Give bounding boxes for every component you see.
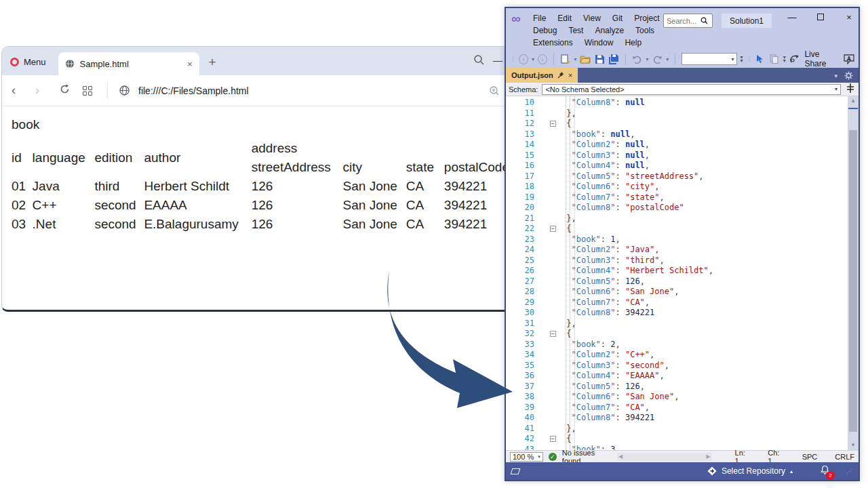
- menu-item-edit[interactable]: Edit: [557, 14, 572, 23]
- live-share-icon[interactable]: [789, 54, 800, 65]
- menu-item-tools[interactable]: Tools: [635, 26, 654, 35]
- collapse-icon[interactable]: −: [550, 121, 556, 127]
- code-line[interactable]: 39 "Column7": "CA",: [506, 403, 848, 413]
- code-line[interactable]: 38 "Column6": "San Jone",: [506, 392, 848, 403]
- code-line[interactable]: 28 "Column6": "San Jone",: [506, 287, 848, 298]
- copy-button[interactable]: [769, 54, 780, 65]
- schema-dropdown[interactable]: <No Schema Selected> ▾: [542, 84, 841, 95]
- menu-item-file[interactable]: File: [533, 14, 546, 23]
- navigate-back-button[interactable]: ‹: [519, 54, 528, 64]
- collapse-icon[interactable]: −: [550, 226, 556, 232]
- horizontal-scrollbar[interactable]: ◀ ▶: [617, 453, 711, 461]
- code-line[interactable]: 34 "Column2": "C++",: [506, 350, 848, 361]
- code-line[interactable]: 43 "book": 3,: [506, 445, 848, 451]
- tab-close-icon[interactable]: ×: [568, 71, 572, 79]
- code-line[interactable]: 12− {: [506, 119, 848, 129]
- code-line[interactable]: 42− {: [506, 434, 848, 445]
- collapse-icon[interactable]: −: [550, 436, 556, 442]
- fold-margin[interactable]: −: [544, 119, 561, 129]
- code-line[interactable]: 35 "Column3": "second",: [506, 361, 848, 371]
- save-all-button[interactable]: [608, 54, 619, 65]
- chevron-down-icon[interactable]: ▾: [574, 56, 576, 62]
- menu-item-analyze[interactable]: Analyze: [595, 26, 624, 35]
- solution-label[interactable]: Solution1: [722, 14, 772, 28]
- resize-grip[interactable]: ⋰: [846, 468, 853, 474]
- code-line[interactable]: 18 "Column6": "city",: [506, 182, 848, 192]
- menu-item-extensions[interactable]: Extensions: [533, 38, 573, 47]
- select-repository-button[interactable]: Select Repository ▴: [707, 466, 793, 476]
- notifications-button[interactable]: 2: [820, 465, 830, 477]
- code-line[interactable]: 15 "Column3": null,: [506, 150, 848, 161]
- code-line[interactable]: 22− {: [506, 224, 848, 235]
- fold-margin[interactable]: −: [544, 224, 561, 235]
- page-zoom-icon[interactable]: [489, 85, 500, 96]
- code-line[interactable]: 19 "Column7": "state",: [506, 192, 848, 203]
- menu-item-debug[interactable]: Debug: [533, 26, 557, 35]
- code-line[interactable]: 11 },: [506, 108, 848, 119]
- back-button[interactable]: ‹: [12, 83, 35, 98]
- code-line[interactable]: 30 "Column8": 394221: [506, 308, 848, 319]
- toolbar-grip[interactable]: ⋮: [747, 56, 752, 62]
- navigate-forward-button[interactable]: ›: [538, 54, 547, 64]
- redo-button[interactable]: [652, 54, 663, 65]
- vs-search-box[interactable]: [663, 14, 713, 28]
- cursor-pointer-icon[interactable]: [755, 54, 766, 65]
- code-line[interactable]: 20 "Column8": "postalCode": [506, 203, 848, 214]
- code-line[interactable]: 31 },: [506, 319, 848, 329]
- code-line[interactable]: 23 "book": 1,: [506, 235, 848, 245]
- tab-output-json[interactable]: Output.json ×: [506, 68, 578, 83]
- undo-button[interactable]: [632, 54, 643, 65]
- maximize-button[interactable]: [815, 12, 826, 22]
- code-line[interactable]: 17 "Column5": "streetAddress",: [506, 171, 848, 182]
- forward-button[interactable]: ›: [35, 83, 59, 98]
- feedback-icon[interactable]: [844, 54, 854, 65]
- configuration-combobox[interactable]: ▾: [682, 53, 736, 65]
- code-line[interactable]: 21 },: [506, 214, 848, 224]
- scroll-left-arrow[interactable]: ◀: [618, 453, 623, 460]
- live-share-label[interactable]: Live Share: [804, 49, 840, 68]
- chevron-down-icon[interactable]: ▾: [532, 56, 534, 62]
- tab-close-icon[interactable]: ×: [187, 59, 193, 69]
- code-line[interactable]: 16 "Column4": null,: [506, 161, 848, 171]
- fold-margin[interactable]: −: [544, 329, 561, 340]
- code-line[interactable]: 41 },: [506, 424, 848, 434]
- toolbar-overflow-icon[interactable]: ▾▾: [783, 56, 786, 62]
- browser-search-icon[interactable]: [473, 54, 490, 75]
- fold-margin[interactable]: −: [544, 434, 561, 445]
- vs-search-input[interactable]: [667, 17, 701, 25]
- code-editor[interactable]: 10 "Column8": null11 },12− {13 "book": n…: [506, 96, 859, 450]
- code-line[interactable]: 40 "Column8": 394221: [506, 413, 848, 424]
- collapse-icon[interactable]: −: [550, 331, 556, 337]
- code-line[interactable]: 37 "Column5": 126,: [506, 382, 848, 392]
- menu-item-view[interactable]: View: [583, 14, 601, 23]
- code-line[interactable]: 26 "Column4": "Herbert Schildt",: [506, 266, 848, 277]
- gear-icon[interactable]: [844, 71, 853, 80]
- code-line[interactable]: 13 "book": null,: [506, 129, 848, 140]
- line-ending-indicator[interactable]: CRLF: [835, 453, 854, 461]
- reload-button[interactable]: [59, 83, 83, 98]
- code-line[interactable]: 25 "Column3": "third",: [506, 256, 848, 266]
- scrollbar-thumb[interactable]: [849, 130, 857, 432]
- menu-item-project[interactable]: Project: [634, 14, 659, 23]
- code-line[interactable]: 29 "Column7": "CA",: [506, 298, 848, 308]
- new-item-button[interactable]: [560, 54, 571, 65]
- chevron-down-icon[interactable]: ▾: [646, 56, 649, 62]
- chevron-down-icon[interactable]: ▾: [666, 56, 669, 62]
- menu-item-git[interactable]: Git: [612, 14, 623, 23]
- background-tasks-icon[interactable]: [511, 468, 521, 474]
- toolbar-grip[interactable]: ⋮: [510, 56, 515, 62]
- code-line[interactable]: 27 "Column5": 126,: [506, 277, 848, 287]
- pin-icon[interactable]: [557, 72, 564, 79]
- menu-item-window[interactable]: Window: [585, 38, 614, 47]
- minimize-button[interactable]: —: [787, 12, 797, 22]
- browser-tab-sample[interactable]: Sample.html ×: [58, 52, 199, 75]
- menu-item-help[interactable]: Help: [625, 38, 642, 47]
- code-line[interactable]: 14 "Column2": null,: [506, 140, 848, 150]
- chevron-down-icon[interactable]: ▾: [834, 73, 837, 79]
- scroll-up-arrow[interactable]: ▲: [848, 96, 859, 106]
- open-file-button[interactable]: [580, 54, 591, 65]
- split-window-icon[interactable]: [845, 83, 856, 96]
- url-text[interactable]: file:///C:/Files/Sample.html: [138, 85, 489, 96]
- toolbar-overflow-icon[interactable]: ▾▾: [741, 56, 743, 62]
- code-line[interactable]: 33 "book": 2,: [506, 340, 848, 350]
